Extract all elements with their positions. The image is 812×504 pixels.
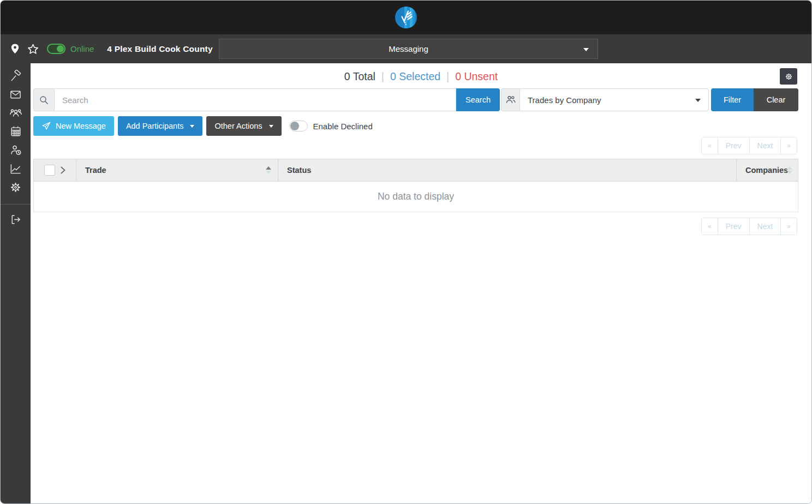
top-bar — [1, 1, 811, 34]
count-separator: | — [381, 70, 384, 83]
search-input-group — [33, 88, 456, 111]
gear-icon — [784, 72, 793, 81]
map-pin-icon[interactable] — [11, 44, 19, 54]
logout-icon — [9, 213, 22, 226]
unsent-count[interactable]: 0 Unsent — [455, 70, 498, 83]
search-button[interactable]: Search — [456, 88, 500, 111]
sort-down-icon — [787, 171, 792, 174]
group-by-value: Trades by Company — [528, 95, 601, 105]
select-all-checkbox[interactable] — [44, 165, 55, 176]
sort-up-icon — [787, 166, 792, 170]
search-icon — [39, 95, 49, 105]
sidebar-item-logout[interactable] — [1, 210, 31, 229]
table-header: Trade Status Companies — [33, 159, 798, 182]
filter-group: Filter Clear — [711, 88, 798, 111]
new-message-label: New Message — [56, 122, 106, 130]
pagination-bottom: « Prev Next » — [701, 218, 797, 235]
hammer-icon — [9, 70, 22, 82]
last-page-button[interactable]: » — [780, 218, 797, 235]
group-by-select[interactable]: Trades by Company — [520, 88, 709, 111]
last-page-button[interactable]: » — [780, 137, 797, 154]
table-settings-button[interactable] — [780, 68, 797, 85]
main-content: 0 Total | 0 Selected | 0 Unsent — [31, 63, 811, 504]
sidebar-item-mail[interactable] — [1, 85, 31, 104]
search-row: Search Trades by Company — [33, 88, 797, 111]
prev-page-button[interactable]: Prev — [718, 137, 749, 154]
column-header-companies[interactable]: Companies — [736, 159, 799, 181]
sidebar-divider — [1, 204, 31, 205]
new-message-button[interactable]: New Message — [33, 116, 114, 136]
next-page-button[interactable]: Next — [749, 218, 781, 235]
page-select-label: Messaging — [389, 44, 428, 53]
star-icon[interactable] — [27, 44, 39, 55]
select-all-cell — [34, 159, 76, 181]
other-actions-button[interactable]: Other Actions — [206, 116, 281, 136]
sidebar-item-person-clock[interactable] — [1, 141, 31, 159]
prev-page-button[interactable]: Prev — [718, 218, 749, 235]
column-header-trade[interactable]: Trade — [76, 159, 278, 181]
sort-indicator — [787, 166, 792, 174]
sidebar-item-hammer[interactable] — [1, 67, 31, 85]
toggle-knob — [290, 122, 299, 130]
enable-declined-label: Enable Declined — [313, 122, 373, 131]
paper-plane-icon — [41, 121, 51, 131]
mail-icon — [9, 88, 22, 101]
column-label: Companies — [745, 166, 788, 175]
search-addon — [33, 88, 54, 111]
next-page-button[interactable]: Next — [749, 137, 781, 154]
project-name: 4 Plex Build Cook County — [107, 44, 212, 54]
buildingconnected-logo-icon[interactable] — [395, 7, 417, 28]
other-actions-label: Other Actions — [214, 122, 262, 130]
toggle-knob — [57, 45, 64, 52]
column-header-status[interactable]: Status — [278, 159, 736, 181]
app-window: Online 4 Plex Build Cook County Messagin… — [0, 0, 812, 504]
first-page-button[interactable]: « — [702, 218, 718, 235]
column-label: Trade — [85, 166, 106, 175]
gear-icon — [9, 181, 22, 194]
add-participants-label: Add Participants — [126, 122, 184, 130]
chevron-right-icon[interactable] — [61, 166, 65, 174]
sidebar-item-calendar[interactable] — [1, 122, 31, 141]
sidebar-item-line-chart[interactable] — [1, 159, 31, 178]
line-chart-icon — [9, 163, 22, 175]
first-page-button[interactable]: « — [702, 137, 718, 154]
actions-row: New Message Add Participants Other Actio… — [33, 116, 373, 136]
online-toggle[interactable] — [47, 44, 65, 54]
project-bar: Online 4 Plex Build Cook County Messagin… — [1, 34, 811, 63]
filter-button[interactable]: Filter — [711, 88, 754, 111]
table-body: No data to display — [33, 182, 798, 212]
empty-message: No data to display — [378, 191, 454, 202]
group-by-addon — [501, 88, 520, 111]
sort-up-icon — [266, 166, 271, 170]
caret-down-icon — [269, 125, 273, 128]
sidebar-item-settings[interactable] — [1, 178, 31, 196]
online-label: Online — [70, 44, 94, 53]
caret-down-icon — [695, 99, 701, 102]
sort-down-icon — [266, 171, 271, 174]
people-duo-icon — [505, 95, 516, 105]
person-clock-icon — [9, 143, 22, 157]
column-label: Status — [287, 166, 311, 175]
selected-count[interactable]: 0 Selected — [390, 70, 440, 83]
clear-button[interactable]: Clear — [754, 88, 798, 111]
group-by-group: Trades by Company — [501, 88, 709, 111]
caret-down-icon — [190, 125, 194, 128]
add-participants-button[interactable]: Add Participants — [118, 116, 203, 136]
enable-declined-toggle[interactable] — [289, 121, 308, 131]
total-count: 0 Total — [344, 70, 375, 83]
pagination-top: « Prev Next » — [701, 137, 797, 154]
sidebar-item-people-group[interactable] — [1, 104, 31, 122]
calendar-icon — [10, 125, 22, 137]
messages-table: Trade Status Companies — [33, 159, 798, 212]
page-select-messaging[interactable]: Messaging — [219, 39, 598, 59]
sidebar — [1, 63, 31, 504]
count-separator: | — [446, 70, 449, 83]
sort-indicator-ascending — [266, 166, 271, 174]
caret-down-icon — [583, 48, 589, 51]
people-group-icon — [9, 106, 22, 119]
message-counts: 0 Total | 0 Selected | 0 Unsent — [31, 70, 811, 83]
search-input[interactable] — [54, 88, 456, 111]
